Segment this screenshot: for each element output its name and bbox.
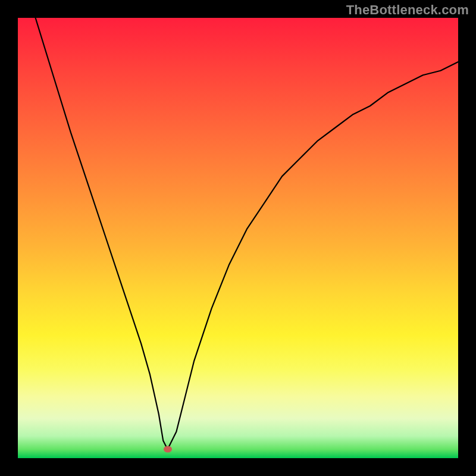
chart-frame: TheBottleneck.com [0, 0, 476, 476]
min-marker [164, 446, 172, 453]
plot-area [18, 18, 458, 458]
bottleneck-curve [36, 18, 458, 449]
watermark-text: TheBottleneck.com [346, 2, 469, 18]
curve-svg [18, 18, 458, 458]
